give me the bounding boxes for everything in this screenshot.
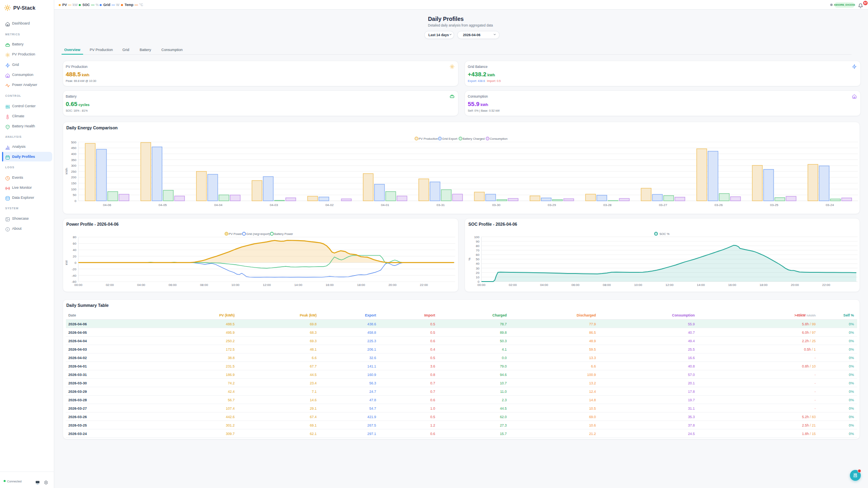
svg-text:0: 0	[74, 199, 76, 203]
svg-text:16:00: 16:00	[728, 283, 737, 287]
svg-text:%: %	[468, 257, 471, 260]
svg-text:04-02: 04-02	[325, 203, 334, 207]
svg-text:80: 80	[73, 235, 76, 239]
svg-text:03-30: 03-30	[492, 203, 500, 207]
svg-text:Grid (neg=export): Grid (neg=export)	[246, 232, 270, 236]
svg-text:20: 20	[476, 271, 479, 275]
svg-text:90: 90	[476, 240, 479, 243]
svg-text:03-26: 03-26	[714, 203, 723, 207]
svg-text:18:00: 18:00	[357, 283, 365, 287]
svg-text:40: 40	[73, 248, 76, 252]
svg-text:08:00: 08:00	[200, 283, 208, 287]
svg-text:kW: kW	[65, 260, 68, 265]
svg-text:50: 50	[476, 257, 479, 261]
svg-text:04:00: 04:00	[540, 283, 549, 287]
svg-text:04-05: 04-05	[158, 203, 167, 207]
svg-text:30: 30	[476, 267, 479, 270]
svg-text:03-24: 03-24	[825, 203, 834, 207]
svg-text:300: 300	[71, 164, 76, 167]
svg-text:04-06: 04-06	[103, 203, 111, 207]
svg-text:200: 200	[71, 176, 76, 179]
svg-text:12:00: 12:00	[262, 283, 271, 287]
svg-text:70: 70	[476, 249, 479, 252]
svg-text:100: 100	[474, 235, 480, 239]
svg-text:350: 350	[71, 158, 76, 162]
svg-text:450: 450	[71, 146, 76, 150]
svg-text:04:00: 04:00	[137, 283, 145, 287]
svg-text:PV Production: PV Production	[418, 137, 438, 141]
svg-text:40: 40	[476, 262, 479, 265]
svg-text:10:00: 10:00	[231, 283, 240, 287]
svg-text:60: 60	[476, 253, 479, 257]
svg-text:kWh: kWh	[65, 168, 68, 174]
svg-text:10: 10	[476, 276, 479, 279]
svg-text:04-03: 04-03	[270, 203, 278, 207]
svg-text:03-25: 03-25	[770, 203, 778, 207]
svg-text:03-29: 03-29	[547, 203, 556, 207]
svg-text:100: 100	[71, 188, 76, 191]
svg-text:06:00: 06:00	[571, 283, 580, 287]
svg-text:03-27: 03-27	[659, 203, 667, 207]
svg-text:22:00: 22:00	[420, 283, 428, 287]
svg-text:06:00: 06:00	[168, 283, 177, 287]
svg-text:20:00: 20:00	[388, 283, 397, 287]
svg-text:10:00: 10:00	[634, 283, 643, 287]
svg-text:Consumption: Consumption	[489, 137, 507, 141]
svg-text:12:00: 12:00	[665, 283, 674, 287]
svg-text:0: 0	[74, 261, 76, 265]
svg-text:Battery Power: Battery Power	[274, 232, 293, 236]
svg-text:Grid Export: Grid Export	[442, 137, 458, 141]
svg-text:20: 20	[73, 255, 76, 258]
svg-text:02:00: 02:00	[509, 283, 517, 287]
svg-text:18:00: 18:00	[760, 283, 768, 287]
svg-text:03-31: 03-31	[436, 203, 445, 207]
svg-text:80: 80	[476, 244, 479, 248]
svg-text:-40: -40	[72, 274, 76, 278]
svg-text:00:00: 00:00	[74, 283, 82, 287]
svg-text:150: 150	[71, 182, 76, 185]
svg-text:-20: -20	[72, 267, 76, 271]
svg-text:08:00: 08:00	[603, 283, 611, 287]
svg-text:50: 50	[73, 193, 76, 197]
svg-text:20:00: 20:00	[791, 283, 799, 287]
svg-text:16:00: 16:00	[326, 283, 334, 287]
svg-text:02:00: 02:00	[106, 283, 114, 287]
svg-text:PV Power: PV Power	[229, 232, 242, 236]
svg-text:250: 250	[71, 170, 76, 174]
svg-text:04-04: 04-04	[214, 203, 222, 207]
svg-text:14:00: 14:00	[294, 283, 303, 287]
svg-text:60: 60	[73, 242, 76, 245]
svg-text:Battery Charged: Battery Charged	[463, 137, 485, 141]
svg-text:22:00: 22:00	[822, 283, 831, 287]
svg-text:14:00: 14:00	[697, 283, 705, 287]
svg-text:400: 400	[71, 152, 76, 156]
svg-text:SOC %: SOC %	[659, 232, 669, 236]
svg-text:03-28: 03-28	[603, 203, 612, 207]
svg-text:04-01: 04-01	[381, 203, 389, 207]
svg-text:500: 500	[71, 141, 76, 144]
svg-text:00:00: 00:00	[477, 283, 486, 287]
